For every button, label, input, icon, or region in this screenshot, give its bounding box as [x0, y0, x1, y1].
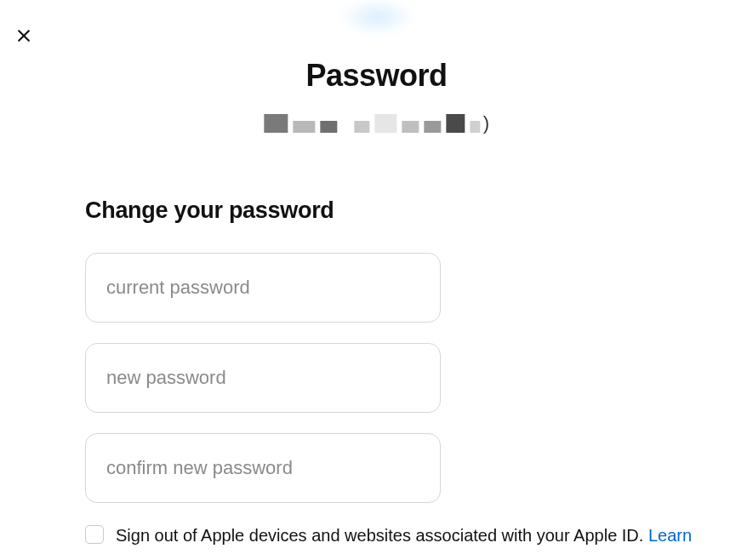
current-password-input[interactable] — [85, 253, 441, 323]
close-icon — [15, 27, 32, 44]
change-password-section: Change your password Sign out of Apple d… — [85, 197, 727, 547]
header-blur-decoration — [339, 0, 415, 34]
confirm-password-input[interactable] — [85, 433, 441, 503]
learn-more-link[interactable]: Learn — [648, 526, 692, 545]
section-heading: Change your password — [85, 197, 727, 224]
signout-label-container: Sign out of Apple devices and websites a… — [116, 523, 749, 547]
new-password-input[interactable] — [85, 343, 441, 413]
account-identifier-redacted: ) — [264, 112, 489, 134]
page-title: Password — [0, 58, 753, 94]
signout-option-row: Sign out of Apple devices and websites a… — [85, 523, 749, 547]
signout-checkbox[interactable] — [85, 525, 104, 544]
signout-label-text: Sign out of Apple devices and websites a… — [116, 526, 648, 545]
close-button[interactable] — [12, 24, 36, 48]
